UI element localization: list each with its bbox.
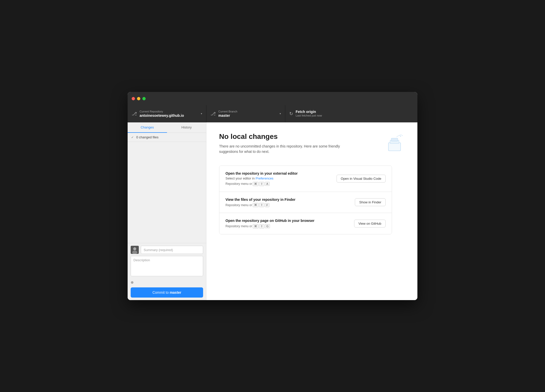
titlebar [128,92,417,105]
fetch-sublabel: Last fetched just now [296,114,413,117]
open-editor-button[interactable]: Open in Visual Studio Code [337,175,386,183]
fetch-section[interactable]: ↻ Fetch origin Last fetched just now [285,105,417,122]
shortcut-github: Repository menu or ⌘ ⇧ G [225,224,270,228]
kbd-cmd-3: ⌘ [253,224,259,228]
no-changes-heading: No local changes [219,133,351,141]
suggestion-subtitle-editor: Select your editor in Preferences [225,176,331,180]
sidebar: Changes History ✓ 0 changed files [128,122,206,300]
repo-chevron: ▾ [201,112,202,115]
repo-icon: ⎇ [132,111,137,117]
repo-section[interactable]: ⎇ Current Repository antoinesoetewey.git… [128,105,206,122]
commit-area: ⊕ Commit to master [128,243,206,300]
preferences-link[interactable]: Preferences [256,176,274,180]
suggestion-title-editor: Open the repository in your external edi… [225,171,331,175]
suggestion-subtitle-text: Select your editor in [225,176,256,180]
branch-name: master [218,113,277,118]
kbd-a: A [265,182,270,186]
check-icon: ✓ [131,136,134,139]
commit-button[interactable]: Commit to master [131,287,203,298]
shortcut-prefix-editor: Repository menu or [225,182,252,186]
summary-input[interactable] [141,246,203,254]
fetch-label: Fetch origin [296,110,413,114]
content-area: No local changes There are no uncommitte… [206,122,417,300]
file-list [128,142,206,243]
kbd-cmd-1: ⌘ [253,182,259,186]
branch-icon: ⎇ [210,111,216,117]
branch-label: Current Branch [218,110,277,113]
suggestion-info-finder: View the files of your repository in Fin… [225,198,350,207]
description-textarea[interactable] [131,256,203,276]
tab-history[interactable]: History [167,122,206,133]
shortcut-editor: Repository menu or ⌘ ⇧ A [225,182,270,186]
suggestion-title-finder: View the files of your repository in Fin… [225,198,350,202]
repo-text: Current Repository antoinesoetewey.githu… [140,110,198,117]
fetch-text: Fetch origin Last fetched just now [296,110,413,117]
coauthors-icon[interactable]: ⊕ [131,280,134,284]
changed-files-count: 0 changed files [136,135,158,139]
suggestion-row-editor: Open the repository in your external edi… [219,166,392,192]
maximize-button[interactable] [142,97,146,100]
illustration [384,133,405,153]
repo-name: antoinesoetewey.github.io [140,113,198,118]
kbd-shift-2: ⇧ [259,203,264,207]
tab-changes[interactable]: Changes [128,122,167,133]
show-in-finder-button[interactable]: Show in Finder [355,198,386,206]
close-button[interactable] [132,97,135,100]
svg-rect-3 [388,143,401,151]
svg-point-7 [402,135,402,136]
suggestion-row-finder: View the files of your repository in Fin… [219,192,392,213]
svg-point-1 [133,247,136,250]
sidebar-tabs: Changes History [128,122,206,133]
kbd-cmd-2: ⌘ [253,203,259,207]
minimize-button[interactable] [137,97,140,100]
toolbar: ⎇ Current Repository antoinesoetewey.git… [128,105,417,122]
app-window: ⎇ Current Repository antoinesoetewey.git… [128,92,417,300]
svg-rect-5 [391,138,398,141]
branch-text: Current Branch master [218,110,277,117]
branch-chevron: ▾ [280,112,281,115]
repo-label: Current Repository [140,110,198,113]
commit-button-branch: master [170,290,181,295]
shortcut-finder: Repository menu or ⌘ ⇧ F [225,203,269,207]
kbd-g: G [265,224,270,228]
suggestion-title-github: Open the repository page on GitHub in yo… [225,219,349,223]
header-row: No local changes There are no uncommitte… [219,133,405,162]
suggestion-info-editor: Open the repository in your external edi… [225,171,331,186]
shortcut-prefix-finder: Repository menu or [225,203,252,207]
suggestions-container: Open the repository in your external edi… [219,166,392,234]
kbd-shift-3: ⇧ [259,224,264,228]
suggestion-info-github: Open the repository page on GitHub in yo… [225,219,349,228]
view-on-github-button[interactable]: View on GitHub [354,220,386,227]
svg-point-6 [400,136,401,137]
changed-files-row: ✓ 0 changed files [128,133,206,142]
branch-section[interactable]: ⎇ Current Branch master ▾ [206,105,285,122]
heading-block: No local changes There are no uncommitte… [219,133,351,162]
kbd-shift-1: ⇧ [259,182,264,186]
commit-button-prefix: Commit to [153,290,169,295]
shortcut-prefix-github: Repository menu or [225,224,252,228]
kbd-f: F [265,203,270,207]
commit-summary-row [131,246,203,254]
main-layout: Changes History ✓ 0 changed files [128,122,417,300]
avatar [131,246,139,254]
fetch-icon: ↻ [289,111,293,117]
suggestion-row-github: Open the repository page on GitHub in yo… [219,213,392,234]
no-changes-description: There are no uncommitted changes in this… [219,144,351,154]
coauthors-row: ⊕ [131,279,203,285]
